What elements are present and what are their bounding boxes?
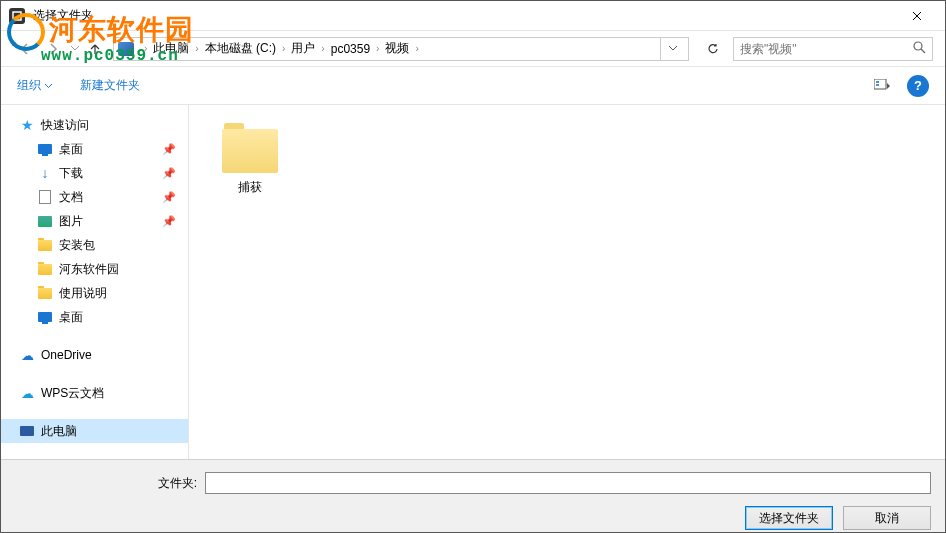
- chevron-right-icon: ›: [282, 43, 285, 54]
- folder-input-label: 文件夹:: [15, 475, 205, 492]
- videos-folder-icon: [118, 42, 134, 56]
- pin-icon: 📌: [162, 215, 176, 228]
- up-button[interactable]: [85, 39, 105, 59]
- chevron-down-icon: [45, 84, 52, 88]
- sidebar-item-downloads[interactable]: ↓ 下载 📌: [1, 161, 188, 185]
- pin-icon: 📌: [162, 191, 176, 204]
- star-icon: ★: [19, 117, 35, 133]
- content-pane[interactable]: 捕获: [189, 105, 945, 459]
- back-button[interactable]: [13, 37, 37, 61]
- app-icon: [9, 8, 25, 24]
- sidebar-item-desktop[interactable]: 桌面 📌: [1, 137, 188, 161]
- svg-rect-2: [874, 79, 886, 89]
- search-icon[interactable]: [913, 41, 926, 57]
- help-button[interactable]: ?: [907, 75, 929, 97]
- sidebar-item-pictures[interactable]: 图片 📌: [1, 209, 188, 233]
- folder-name-label: 捕获: [238, 179, 262, 196]
- new-folder-button[interactable]: 新建文件夹: [80, 77, 140, 94]
- recent-dropdown[interactable]: [69, 37, 81, 61]
- toolbar: 组织 新建文件夹 ?: [1, 67, 945, 105]
- main-area: ★ 快速访问 桌面 📌 ↓ 下载 📌 文档 📌 图片 📌: [1, 105, 945, 459]
- svg-rect-0: [13, 12, 21, 20]
- new-folder-label: 新建文件夹: [80, 77, 140, 94]
- download-icon: ↓: [37, 165, 53, 181]
- sidebar-item-desktop[interactable]: 桌面: [1, 305, 188, 329]
- search-box[interactable]: [733, 37, 933, 61]
- picture-icon: [37, 213, 53, 229]
- navbar: › 此电脑 › 本地磁盘 (C:) › 用户 › pc0359 › 视频 ›: [1, 31, 945, 67]
- sidebar-label: 桌面: [59, 309, 83, 326]
- breadcrumb-dropdown[interactable]: [660, 38, 684, 60]
- folder-icon: [37, 237, 53, 253]
- sidebar-label: 图片: [59, 213, 83, 230]
- breadcrumb-item[interactable]: 用户: [291, 40, 315, 57]
- chevron-right-icon: ›: [144, 43, 147, 54]
- cloud-icon: ☁: [19, 385, 35, 401]
- sidebar-label: OneDrive: [41, 348, 92, 362]
- breadcrumb-item[interactable]: 本地磁盘 (C:): [205, 40, 276, 57]
- sidebar-label: 快速访问: [41, 117, 89, 134]
- select-folder-button[interactable]: 选择文件夹: [745, 506, 833, 530]
- breadcrumb-item[interactable]: pc0359: [331, 42, 370, 56]
- folder-name-input[interactable]: [205, 472, 931, 494]
- desktop-icon: [37, 309, 53, 325]
- refresh-button[interactable]: [701, 37, 725, 61]
- bottom-panel: 文件夹: 选择文件夹 取消: [1, 459, 945, 533]
- svg-rect-3: [876, 81, 879, 83]
- breadcrumb-item[interactable]: 视频: [385, 40, 409, 57]
- close-button[interactable]: [897, 2, 937, 30]
- folder-icon: [37, 285, 53, 301]
- chevron-right-icon: ›: [195, 43, 198, 54]
- svg-rect-4: [876, 84, 879, 86]
- sidebar-onedrive[interactable]: ☁ OneDrive: [1, 343, 188, 367]
- chevron-right-icon: ›: [415, 43, 418, 54]
- breadcrumb-item[interactable]: 此电脑: [153, 40, 189, 57]
- sidebar-label: 使用说明: [59, 285, 107, 302]
- titlebar: 选择文件夹: [1, 1, 945, 31]
- view-options-button[interactable]: [867, 74, 899, 98]
- sidebar-item-folder[interactable]: 使用说明: [1, 281, 188, 305]
- forward-button[interactable]: [41, 37, 65, 61]
- sidebar: ★ 快速访问 桌面 📌 ↓ 下载 📌 文档 📌 图片 📌: [1, 105, 189, 459]
- chevron-right-icon: ›: [376, 43, 379, 54]
- sidebar-label: 河东软件园: [59, 261, 119, 278]
- sidebar-label: 此电脑: [41, 423, 77, 440]
- organize-label: 组织: [17, 77, 41, 94]
- pc-icon: [19, 423, 35, 439]
- svg-point-1: [914, 42, 922, 50]
- folder-icon: [222, 129, 278, 173]
- desktop-icon: [37, 141, 53, 157]
- sidebar-label: 文档: [59, 189, 83, 206]
- sidebar-item-folder[interactable]: 河东软件园: [1, 257, 188, 281]
- sidebar-label: 桌面: [59, 141, 83, 158]
- folder-item[interactable]: 捕获: [205, 121, 295, 204]
- document-icon: [37, 189, 53, 205]
- search-input[interactable]: [740, 42, 913, 56]
- sidebar-item-folder[interactable]: 安装包: [1, 233, 188, 257]
- chevron-right-icon: ›: [321, 43, 324, 54]
- sidebar-this-pc[interactable]: 此电脑: [1, 419, 188, 443]
- cloud-icon: ☁: [19, 347, 35, 363]
- cancel-button[interactable]: 取消: [843, 506, 931, 530]
- sidebar-quick-access[interactable]: ★ 快速访问: [1, 113, 188, 137]
- sidebar-item-documents[interactable]: 文档 📌: [1, 185, 188, 209]
- organize-menu[interactable]: 组织: [17, 77, 52, 94]
- pin-icon: 📌: [162, 167, 176, 180]
- folder-icon: [37, 261, 53, 277]
- sidebar-network[interactable]: 网络: [1, 457, 188, 459]
- sidebar-label: 安装包: [59, 237, 95, 254]
- sidebar-label: WPS云文档: [41, 385, 104, 402]
- sidebar-wps[interactable]: ☁ WPS云文档: [1, 381, 188, 405]
- sidebar-label: 下载: [59, 165, 83, 182]
- breadcrumb-bar[interactable]: › 此电脑 › 本地磁盘 (C:) › 用户 › pc0359 › 视频 ›: [113, 37, 689, 61]
- window-title: 选择文件夹: [33, 7, 897, 24]
- pin-icon: 📌: [162, 143, 176, 156]
